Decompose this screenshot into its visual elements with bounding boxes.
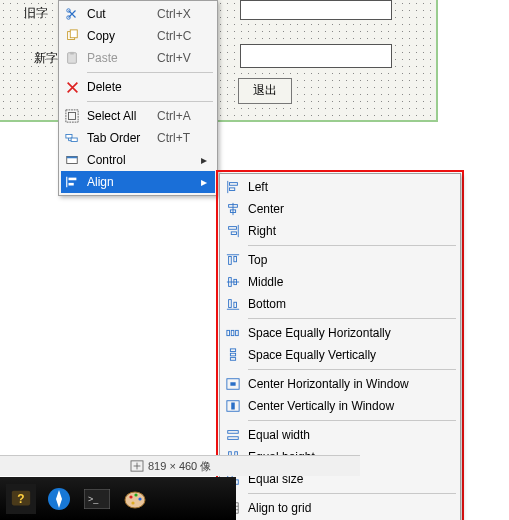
submenu-align-bottom[interactable]: Bottom [222, 293, 458, 315]
textbox-new[interactable] [240, 44, 392, 68]
svg-rect-23 [231, 232, 236, 235]
svg-rect-11 [67, 157, 78, 159]
menu-label: Right [244, 224, 450, 238]
align-middle-icon [222, 275, 244, 289]
svg-point-57 [134, 493, 137, 496]
submenu-space-vertically[interactable]: Space Equally Vertically [222, 344, 458, 366]
svg-rect-40 [230, 382, 235, 386]
submenu-align-middle[interactable]: Middle [222, 271, 458, 293]
svg-text:>_: >_ [88, 494, 99, 504]
svg-rect-44 [228, 437, 239, 440]
svg-rect-36 [230, 349, 235, 352]
svg-rect-43 [228, 431, 239, 434]
submenu-align-center[interactable]: Center [222, 198, 458, 220]
svg-rect-38 [230, 358, 235, 361]
tab-order-icon [61, 131, 83, 145]
submenu-center-h-window[interactable]: Center Horizontally in Window [222, 373, 458, 395]
paste-icon [61, 51, 83, 65]
submenu-align-left[interactable]: Left [222, 176, 458, 198]
svg-point-59 [131, 501, 134, 504]
menu-label: Copy [83, 29, 157, 43]
menu-label: Delete [83, 80, 157, 94]
menu-label: Middle [244, 275, 450, 289]
separator [248, 369, 456, 370]
exit-button[interactable]: 退出 [238, 78, 292, 104]
textbox-old[interactable] [240, 0, 392, 20]
align-center-icon [222, 202, 244, 216]
menu-accel: Ctrl+C [157, 29, 207, 43]
menu-label: Align to grid [244, 501, 450, 515]
taskbar-help-icon[interactable]: ? [6, 484, 36, 514]
control-icon [61, 153, 83, 167]
taskbar: ? >_ [0, 477, 236, 520]
menu-control[interactable]: Control ▸ [61, 149, 215, 171]
submenu-space-horizontally[interactable]: Space Equally Horizontally [222, 322, 458, 344]
menu-accel: Ctrl+A [157, 109, 207, 123]
status-dimensions: 819 × 460 像 [148, 459, 211, 474]
svg-rect-33 [227, 330, 230, 335]
menu-select-all[interactable]: Select All Ctrl+A [61, 105, 215, 127]
copy-icon [61, 29, 83, 43]
menu-label: Center [244, 202, 450, 216]
svg-rect-35 [236, 330, 239, 335]
submenu-align-right[interactable]: Right [222, 220, 458, 242]
menu-tab-order[interactable]: Tab Order Ctrl+T [61, 127, 215, 149]
menu-paste: Paste Ctrl+V [61, 47, 215, 69]
menu-accel: Ctrl+X [157, 7, 207, 21]
taskbar-paint-icon[interactable] [120, 484, 150, 514]
svg-text:?: ? [17, 491, 24, 505]
svg-rect-42 [231, 403, 235, 410]
align-left-icon [222, 180, 244, 194]
submenu-align-top[interactable]: Top [222, 249, 458, 271]
center-v-window-icon [222, 399, 244, 413]
separator [87, 72, 213, 73]
menu-delete[interactable]: Delete [61, 76, 215, 98]
separator [87, 101, 213, 102]
svg-rect-13 [69, 178, 77, 181]
submenu-arrow-icon: ▸ [197, 175, 207, 189]
svg-rect-22 [229, 227, 237, 230]
equal-width-icon [222, 428, 244, 442]
align-icon [61, 175, 83, 189]
svg-rect-14 [69, 183, 74, 186]
svg-rect-32 [234, 302, 237, 307]
svg-rect-3 [70, 30, 77, 38]
taskbar-app1-icon[interactable] [44, 484, 74, 514]
menu-label: Align [83, 175, 147, 189]
context-menu: Cut Ctrl+X Copy Ctrl+C Paste Ctrl+V Dele… [58, 0, 218, 196]
menu-label: Bottom [244, 297, 450, 311]
svg-rect-5 [70, 52, 74, 55]
dimensions-icon [130, 460, 144, 472]
menu-label: Space Equally Vertically [244, 348, 450, 362]
submenu-center-v-window[interactable]: Center Vertically in Window [222, 395, 458, 417]
label-old: 旧字 [24, 5, 48, 22]
menu-copy[interactable]: Copy Ctrl+C [61, 25, 215, 47]
separator [248, 318, 456, 319]
delete-icon [61, 81, 83, 94]
select-all-icon [61, 109, 83, 123]
svg-rect-16 [230, 183, 238, 186]
menu-align[interactable]: Align ▸ [61, 171, 215, 193]
menu-label: Paste [83, 51, 157, 65]
submenu-equal-width[interactable]: Equal width [222, 424, 458, 446]
menu-label: Select All [83, 109, 157, 123]
align-top-icon [222, 253, 244, 267]
label-new: 新字 [34, 50, 58, 67]
separator [248, 493, 456, 494]
align-right-icon [222, 224, 244, 238]
svg-rect-37 [230, 353, 235, 356]
menu-label: Cut [83, 7, 157, 21]
menu-cut[interactable]: Cut Ctrl+X [61, 3, 215, 25]
menu-accel: Ctrl+V [157, 51, 207, 65]
menu-label: Left [244, 180, 450, 194]
menu-label: Center Vertically in Window [244, 399, 450, 413]
taskbar-terminal-icon[interactable]: >_ [82, 484, 112, 514]
align-bottom-icon [222, 297, 244, 311]
svg-rect-31 [229, 300, 232, 308]
svg-rect-9 [71, 138, 77, 142]
separator [248, 420, 456, 421]
menu-label: Top [244, 253, 450, 267]
menu-accel: Ctrl+T [157, 131, 207, 145]
svg-rect-26 [234, 257, 237, 262]
submenu-align-grid[interactable]: Align to grid [222, 497, 458, 519]
